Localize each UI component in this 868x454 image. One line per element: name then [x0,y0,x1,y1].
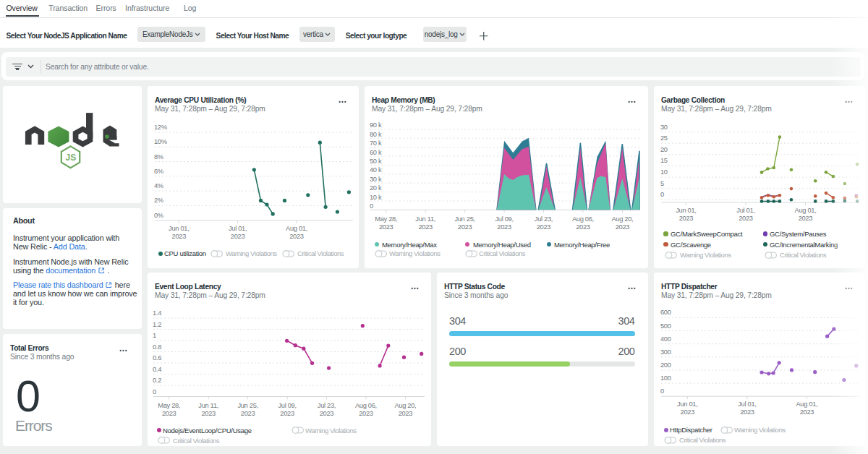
svg-text:Jul 01,: Jul 01, [229,225,247,232]
svg-text:50 k: 50 k [370,158,382,165]
svg-text:2023: 2023 [800,408,814,416]
svg-text:0%: 0% [154,212,163,219]
svg-text:2023: 2023 [280,410,294,417]
svg-text:Jun 01,: Jun 01, [676,207,696,214]
svg-text:40 k: 40 k [370,166,382,174]
svg-text:80 k: 80 k [370,131,382,138]
svg-text:JS: JS [65,153,76,163]
svg-text:2023: 2023 [172,233,187,240]
svg-text:Jun 11,: Jun 11, [198,402,218,409]
svg-text:25: 25 [660,134,668,142]
svg-text:2023: 2023 [231,233,245,240]
svg-text:Jul 23,: Jul 23, [535,215,553,223]
svg-text:15: 15 [660,157,668,164]
svg-text:2023: 2023 [576,223,590,231]
svg-text:2023: 2023 [537,223,551,231]
svg-text:Jun 25,: Jun 25, [454,215,475,223]
svg-text:2023: 2023 [740,408,754,416]
svg-text:Jul 09,: Jul 09, [495,215,513,223]
svg-text:2023: 2023 [497,223,511,231]
svg-text:2023: 2023 [739,215,753,222]
svg-text:Aug 01,: Aug 01, [795,207,817,214]
svg-text:Jul 23,: Jul 23, [318,402,336,409]
svg-text:2023: 2023 [799,215,813,222]
svg-text:4%: 4% [154,182,163,189]
svg-text:Jul 01,: Jul 01, [736,207,754,214]
svg-text:70 k: 70 k [370,140,382,147]
svg-text:100: 100 [660,374,671,382]
svg-text:0: 0 [660,387,664,395]
svg-text:2%: 2% [154,197,163,204]
svg-text:6%: 6% [154,168,163,175]
svg-text:Aug 01,: Aug 01, [286,225,307,232]
svg-text:2023: 2023 [616,223,630,231]
svg-text:0.8: 0.8 [153,343,161,351]
svg-text:12%: 12% [154,124,167,131]
svg-text:Jun 25,: Jun 25, [237,402,258,409]
svg-text:2023: 2023 [201,410,216,417]
svg-text:Jun 11,: Jun 11, [415,215,435,223]
svg-text:Jul 09,: Jul 09, [278,402,296,409]
svg-text:0: 0 [370,202,373,210]
svg-text:0.2: 0.2 [153,377,161,384]
svg-text:60 k: 60 k [370,149,382,156]
svg-text:2023: 2023 [320,410,334,417]
svg-text:10: 10 [660,168,668,176]
svg-text:30 k: 30 k [370,176,382,183]
svg-text:2023: 2023 [162,410,176,417]
svg-text:2023: 2023 [359,410,373,417]
svg-text:0: 0 [660,191,664,198]
svg-text:Aug 20,: Aug 20, [611,215,633,223]
svg-text:2023: 2023 [679,215,694,222]
svg-text:0.6: 0.6 [153,354,161,361]
svg-text:Aug 06,: Aug 06, [572,215,594,223]
svg-text:Aug 06,: Aug 06, [355,402,377,409]
svg-text:Jun 01,: Jun 01, [169,225,189,232]
svg-text:2023: 2023 [379,223,393,231]
svg-text:10%: 10% [154,138,167,145]
svg-text:May 28,: May 28, [158,402,180,409]
svg-text:Aug 01,: Aug 01, [796,401,817,408]
svg-text:20 k: 20 k [370,184,382,192]
svg-text:90 k: 90 k [370,121,382,129]
svg-text:1.4: 1.4 [153,309,161,317]
svg-text:600: 600 [660,309,671,316]
svg-text:May 28,: May 28, [375,215,397,223]
svg-text:2023: 2023 [458,223,472,231]
svg-text:300: 300 [660,348,671,356]
svg-text:200: 200 [660,361,671,369]
svg-text:1: 1 [153,332,156,339]
svg-text:500: 500 [660,322,671,330]
svg-text:5: 5 [660,180,664,187]
svg-text:2023: 2023 [241,410,255,417]
svg-text:8%: 8% [154,153,163,160]
svg-text:10 k: 10 k [370,194,382,201]
svg-text:0: 0 [153,388,156,395]
svg-text:400: 400 [660,335,671,343]
svg-text:1.2: 1.2 [153,321,161,328]
svg-text:Jun 01,: Jun 01, [677,401,697,408]
svg-text:2023: 2023 [289,233,304,240]
svg-text:Jul 01,: Jul 01, [738,401,756,408]
svg-text:2023: 2023 [418,223,433,231]
svg-text:0.4: 0.4 [153,366,161,373]
svg-text:20: 20 [660,146,668,153]
svg-text:2023: 2023 [399,410,413,417]
svg-text:Aug 20,: Aug 20, [394,402,416,409]
svg-text:30: 30 [660,124,668,131]
svg-text:2023: 2023 [681,408,695,416]
